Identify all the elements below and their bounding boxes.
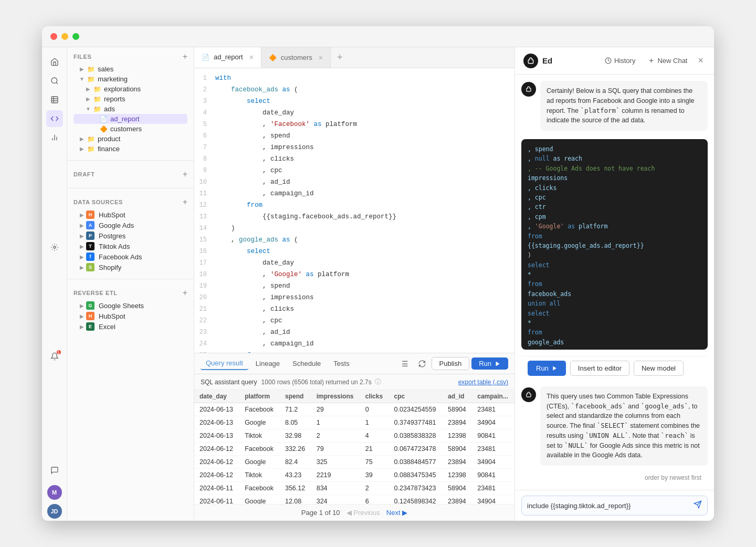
btab-tests[interactable]: Tests	[328, 357, 354, 370]
run-button[interactable]: Run	[471, 357, 508, 370]
table-cell: 0.1245898342	[389, 495, 443, 504]
table-cell: 0.3749377481	[389, 416, 443, 429]
retl-excel[interactable]: ▶ E Excel	[74, 321, 187, 332]
prev-page-button[interactable]: ◀ Previous	[346, 509, 380, 517]
editor-icon[interactable]	[46, 110, 63, 127]
btab-schedule[interactable]: Schedule	[287, 357, 326, 370]
draft-add-button[interactable]: +	[183, 170, 187, 178]
traffic-lights	[50, 33, 79, 40]
col-spend: spend	[280, 390, 311, 403]
avatar-jd[interactable]: JD	[47, 504, 62, 519]
fullscreen-button[interactable]	[72, 33, 79, 40]
svg-marker-12	[553, 366, 556, 370]
history-button[interactable]: History	[601, 55, 639, 67]
table-cell: 34904	[472, 416, 514, 429]
ai-run-button[interactable]: Run	[528, 361, 566, 376]
chart-icon[interactable]	[46, 129, 63, 146]
order-text: order by newest first	[521, 472, 708, 483]
ds-shopify[interactable]: ▶ S Shopify	[74, 262, 187, 272]
tab-ad-report[interactable]: 📄 ad_report ×	[194, 47, 261, 68]
tab-ad-report-close[interactable]: ×	[249, 53, 254, 61]
tree-item-marketing[interactable]: ▼ 📁 marketing	[74, 74, 187, 84]
table-cell: 43.23	[280, 469, 311, 482]
data-sources-header: DATA SOURCES	[74, 199, 123, 205]
publish-button[interactable]: Publish	[432, 357, 470, 370]
tab-customers-icon: 🔶	[269, 54, 277, 61]
run-label: Run	[479, 360, 491, 367]
table-cell: 23894	[443, 456, 472, 469]
search-icon[interactable]	[46, 72, 63, 89]
ai-send-button[interactable]	[694, 500, 702, 511]
btab-lineage[interactable]: Lineage	[250, 357, 285, 370]
ds-facebook-ads[interactable]: ▶ f Facebook Ads	[74, 251, 187, 262]
table-cell: 0	[360, 403, 389, 416]
ai-message-2: This query uses two Common Table Express…	[521, 386, 708, 466]
tab-customers-label: customers	[281, 54, 312, 61]
ai-chat-input[interactable]	[527, 502, 689, 510]
table-cell: 325	[311, 456, 360, 469]
menu-icon[interactable]: ☰	[398, 356, 413, 371]
tree-item-product[interactable]: ▶ 📁 product	[74, 134, 187, 144]
data-sources-add-button[interactable]: +	[183, 198, 187, 206]
tree-item-ad-report[interactable]: 📄 ad_report	[74, 114, 187, 124]
settings-icon[interactable]	[46, 239, 63, 256]
table-cell: 23481	[472, 403, 514, 416]
table-cell: 2024-06-12	[194, 443, 239, 456]
tab-customers[interactable]: 🔶 customers ×	[261, 47, 331, 68]
btab-query-result[interactable]: Query result	[201, 357, 248, 370]
tree-item-explorations[interactable]: ▶ 📁 explorations	[74, 84, 187, 94]
table-cell: 2024-06-11	[194, 495, 239, 504]
table-cell: Google	[239, 456, 280, 469]
tree-item-reports[interactable]: ▶ 📁 reports	[74, 94, 187, 104]
table-row: 2024-06-12Google82.4325750.0388484577238…	[194, 456, 514, 469]
avatar-m[interactable]: M	[47, 485, 62, 500]
minimize-button[interactable]	[61, 33, 68, 40]
ai-close-button[interactable]: ×	[696, 53, 706, 68]
insert-to-editor-button[interactable]: Insert to editor	[570, 361, 629, 376]
new-model-button[interactable]: New model	[634, 361, 684, 376]
file-sidebar: FILES + ▶ 📁 sales ▼ 📁 marketing ▶ 📁	[67, 47, 194, 521]
new-chat-button[interactable]: New Chat	[644, 55, 691, 67]
table-cell: Google	[239, 495, 280, 504]
ds-postgres[interactable]: ▶ P Postgres	[74, 230, 187, 241]
reverse-etl-add-button[interactable]: +	[183, 289, 187, 297]
files-add-button[interactable]: +	[183, 52, 187, 61]
chat-icon[interactable]	[46, 462, 63, 479]
retl-google-sheets[interactable]: ▶ G Google Sheets	[74, 300, 187, 311]
ds-tiktok-ads[interactable]: ▶ T Tiktok Ads	[74, 241, 187, 251]
next-page-button[interactable]: Next ▶	[386, 509, 407, 517]
export-link[interactable]: export table (.csv)	[458, 378, 508, 386]
ai-input-wrapper	[521, 496, 708, 516]
table-cell: 2	[360, 482, 389, 495]
table-cell: 2024-06-12	[194, 456, 239, 469]
table-icon[interactable]	[46, 91, 63, 108]
table-cell: 2219	[311, 469, 360, 482]
table-cell: 4	[360, 429, 389, 443]
table-cell: 23894	[443, 495, 472, 504]
tab-customers-close[interactable]: ×	[319, 54, 323, 62]
notification-icon[interactable]: 1	[46, 348, 63, 365]
home-icon[interactable]	[46, 54, 63, 70]
tree-item-finance[interactable]: ▶ 📁 finance	[74, 144, 187, 154]
refresh-icon[interactable]	[415, 356, 429, 371]
table-cell: 12398	[443, 429, 472, 443]
tree-item-sales[interactable]: ▶ 📁 sales	[74, 64, 187, 74]
retl-hubspot[interactable]: ▶ H HubSpot	[74, 311, 187, 321]
table-cell: 23894	[443, 416, 472, 429]
table-row: 2024-06-13Facebook71.22900.0234254559589…	[194, 403, 514, 416]
table-cell: Facebook	[239, 482, 280, 495]
code-editor[interactable]: 1with 2 facebook_ads as ( 3 select 4 dat…	[194, 68, 514, 353]
tree-item-customers[interactable]: 🔶 customers	[74, 124, 187, 134]
tree-item-ads[interactable]: ▼ 📁 ads	[74, 104, 187, 114]
app-window: 1 M JD FILES + ▶ 📁 sales	[42, 26, 714, 521]
new-chat-label: New Chat	[657, 57, 687, 65]
close-button[interactable]	[50, 33, 57, 40]
ds-google-ads[interactable]: ▶ A Google Ads	[74, 220, 187, 230]
table-cell: 0.2347873423	[389, 482, 443, 495]
svg-point-0	[51, 78, 57, 83]
tab-add-button[interactable]: +	[331, 47, 349, 68]
ai-avatar-1	[521, 82, 536, 97]
table-cell: 0.0674723478	[389, 443, 443, 456]
table-row: 2024-06-12Tiktok43.232219390.08834753451…	[194, 469, 514, 482]
ds-hubspot[interactable]: ▶ H HubSpot	[74, 209, 187, 220]
